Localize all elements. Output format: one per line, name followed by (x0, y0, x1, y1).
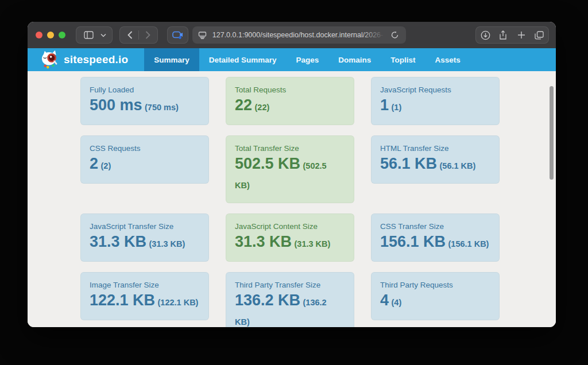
metric-card: Third Party Transfer Size 136.2 KB (136.… (226, 272, 354, 327)
metric-value-primary: 502.5 KB (235, 155, 300, 172)
metric-card: Third Party Requests 4 (4) (371, 272, 500, 320)
url-fade (362, 31, 389, 39)
metric-value-secondary: (2) (100, 161, 111, 170)
metric-value: 31.3 KB (31.3 KB) (235, 232, 345, 254)
tab-detailed-summary[interactable]: Detailed Summary (199, 48, 287, 71)
metric-value-primary: 136.2 KB (235, 292, 300, 309)
vertical-scrollbar[interactable] (550, 86, 554, 180)
tabs-overview-icon (535, 31, 544, 40)
metric-value-secondary: (56.1 KB) (440, 161, 476, 170)
toolbar-right-group (475, 26, 549, 44)
metric-label: Total Transfer Size (235, 144, 345, 153)
metric-value: 31.3 KB (31.3 KB) (90, 232, 200, 254)
metric-value-primary: 31.3 KB (235, 233, 292, 250)
browser-titlebar: 127.0.0.1:9000/sitespeedio/host.docker.i… (28, 22, 556, 48)
metric-card: Fully Loaded 500 ms (750 ms) (80, 77, 209, 125)
metric-label: Total Requests (235, 86, 345, 94)
sitespeed-mascot-icon (39, 49, 60, 70)
close-window-button[interactable] (36, 32, 42, 38)
metric-value-primary: 22 (235, 96, 252, 114)
sidebar-toggle-button[interactable] (80, 27, 97, 43)
extension-button[interactable] (167, 26, 188, 44)
metric-value-secondary: (31.3 KB) (149, 239, 185, 248)
brand-name: sitespeed.io (64, 53, 128, 66)
metric-card: JavaScript Requests 1 (1) (371, 77, 500, 125)
reload-button[interactable] (389, 28, 400, 42)
back-icon (127, 31, 133, 39)
maximize-window-button[interactable] (59, 32, 65, 38)
metric-value-primary: 56.1 KB (380, 155, 437, 172)
metric-value: 136.2 KB (136.2 KB) (235, 291, 336, 327)
metric-value-secondary: (22) (255, 103, 270, 112)
metric-label: Fully Loaded (90, 86, 200, 94)
extension-icon (172, 31, 183, 40)
metric-value: 502.5 KB (502.5 KB) (235, 154, 336, 195)
sidebar-icon (84, 31, 94, 39)
metric-card: CSS Transfer Size 156.1 KB (156.1 KB) (371, 213, 500, 262)
metric-card: CSS Requests 2 (2) (80, 135, 209, 184)
metric-card: Image Transfer Size 122.1 KB (122.1 KB) (80, 272, 209, 320)
site-navbar: sitespeed.io SummaryDetailed SummaryPage… (28, 48, 556, 71)
metric-value-primary: 4 (380, 292, 389, 309)
new-tab-icon (517, 31, 525, 39)
metric-value: 56.1 KB (56.1 KB) (380, 154, 490, 176)
forward-icon (145, 31, 150, 39)
metric-value: 122.1 KB (122.1 KB) (90, 291, 200, 312)
metric-value-primary: 1 (380, 96, 389, 114)
downloads-button[interactable] (477, 27, 494, 43)
metric-value-primary: 2 (90, 155, 98, 172)
metric-label: CSS Requests (90, 144, 200, 153)
metric-value: 156.1 KB (156.1 KB) (380, 232, 490, 254)
metric-value-secondary: (31.3 KB) (295, 239, 331, 248)
metric-label: JavaScript Transfer Size (90, 222, 200, 231)
tabs-overview-button[interactable] (531, 27, 548, 43)
metric-label: JavaScript Content Size (235, 222, 345, 231)
metric-value-primary: 156.1 KB (380, 233, 446, 250)
forward-button[interactable] (139, 27, 156, 43)
chevron-down-icon (100, 33, 106, 37)
address-bar[interactable]: 127.0.0.1:9000/sitespeedio/host.docker.i… (192, 26, 406, 44)
metric-value-secondary: (156.1 KB) (448, 239, 489, 248)
metric-card: Total Transfer Size 502.5 KB (502.5 KB) (226, 135, 354, 203)
metric-card: JavaScript Transfer Size 31.3 KB (31.3 K… (80, 213, 209, 262)
metric-value-primary: 500 ms (90, 96, 142, 114)
window-controls (36, 32, 65, 38)
metric-cards: Fully Loaded 500 ms (750 ms) Total Reque… (28, 71, 556, 327)
url-text: 127.0.0.1:9000/sitespeedio/host.docker.i… (207, 31, 389, 39)
summary-content: Fully Loaded 500 ms (750 ms) Total Reque… (28, 71, 556, 327)
new-tab-button[interactable] (513, 27, 530, 43)
brand[interactable]: sitespeed.io (28, 48, 136, 71)
metric-label: JavaScript Requests (380, 86, 490, 94)
history-nav-group (119, 26, 158, 44)
metric-value: 500 ms (750 ms) (90, 96, 200, 117)
metric-value-secondary: (750 ms) (145, 103, 179, 112)
metric-card: JavaScript Content Size 31.3 KB (31.3 KB… (226, 213, 354, 262)
tab-summary[interactable]: Summary (144, 48, 199, 71)
metric-label: Third Party Transfer Size (235, 281, 345, 289)
tab-assets[interactable]: Assets (425, 48, 470, 71)
tab-pages[interactable]: Pages (287, 48, 329, 71)
metric-value: 2 (2) (90, 154, 200, 176)
metric-label: HTML Transfer Size (380, 144, 490, 153)
metric-value-primary: 122.1 KB (90, 292, 155, 309)
metric-label: Image Transfer Size (90, 281, 200, 289)
tab-toplist[interactable]: Toplist (381, 48, 425, 71)
metric-value: 22 (22) (235, 96, 345, 117)
metric-value-secondary: (122.1 KB) (158, 298, 199, 307)
metric-label: Third Party Requests (380, 281, 490, 289)
tab-domains[interactable]: Domains (328, 48, 381, 71)
back-button[interactable] (121, 27, 138, 43)
metric-value-secondary: (1) (391, 103, 401, 112)
browser-window: 127.0.0.1:9000/sitespeedio/host.docker.i… (28, 22, 556, 327)
metric-label: CSS Transfer Size (380, 222, 490, 231)
minimize-window-button[interactable] (47, 32, 54, 38)
metric-value-primary: 31.3 KB (90, 233, 146, 250)
reader-icon (198, 32, 207, 39)
metric-value: 4 (4) (380, 291, 490, 312)
download-icon (481, 30, 490, 40)
share-button[interactable] (494, 27, 512, 43)
metric-card: HTML Transfer Size 56.1 KB (56.1 KB) (371, 135, 500, 184)
tab-group-menu-button[interactable] (98, 27, 109, 43)
metric-value: 1 (1) (380, 96, 490, 117)
metric-value-secondary: (4) (391, 298, 401, 307)
